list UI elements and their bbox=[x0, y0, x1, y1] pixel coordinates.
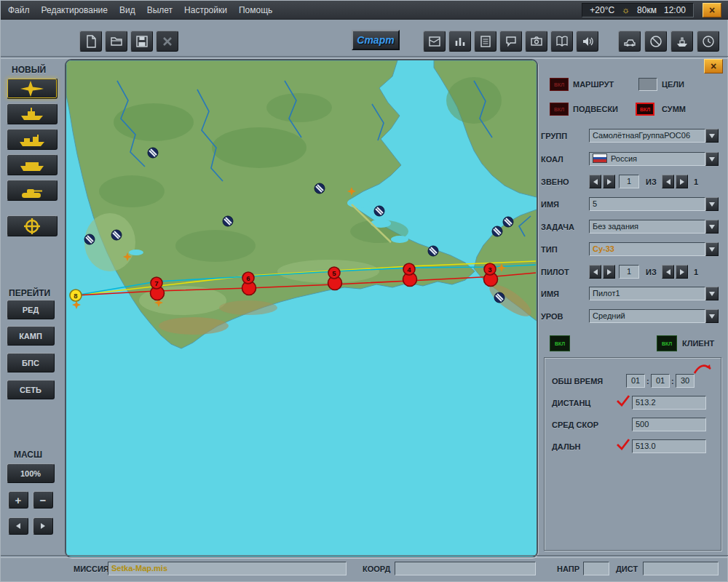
flight-number-field[interactable]: 1 bbox=[619, 175, 639, 188]
name-field[interactable]: 5 bbox=[589, 197, 705, 211]
ai-checkbox[interactable]: ВКЛ bbox=[550, 335, 570, 351]
time-minutes-field[interactable]: 01 bbox=[651, 374, 670, 388]
group-select[interactable]: СамолётнаяГруппаРОС06 bbox=[589, 129, 705, 143]
loadout-checkbox[interactable]: ВКЛ bbox=[550, 103, 569, 116]
status-distance-field[interactable] bbox=[643, 562, 719, 575]
start-button[interactable]: Старт bbox=[352, 30, 400, 50]
unit-button-vehicle[interactable] bbox=[7, 180, 58, 201]
chevron-right-icon bbox=[41, 523, 45, 529]
menu-edit[interactable]: Редактирование bbox=[41, 5, 108, 15]
restrictions-button[interactable] bbox=[644, 31, 667, 52]
status-distance-label: ДИСТ bbox=[616, 565, 638, 573]
airfield-marker bbox=[223, 216, 233, 226]
time-value: 12:00 bbox=[664, 5, 686, 15]
pan-left-button[interactable] bbox=[8, 517, 28, 535]
flight-next-button[interactable] bbox=[603, 175, 615, 188]
save-mission-button[interactable] bbox=[130, 31, 153, 52]
pilot-name-dropdown-button[interactable] bbox=[705, 287, 719, 300]
unit-button-artillery[interactable] bbox=[7, 215, 58, 236]
new-mission-button[interactable] bbox=[79, 31, 102, 52]
menu-file[interactable]: Файл bbox=[8, 5, 30, 15]
mission-file-field[interactable]: Setka-Map.mis bbox=[108, 562, 347, 575]
targets-checkbox[interactable] bbox=[638, 78, 657, 91]
menu-help[interactable]: Помощь bbox=[239, 5, 272, 15]
waypoint-marker[interactable]: 4 bbox=[403, 263, 417, 287]
pilot-total-prev-button[interactable] bbox=[662, 265, 674, 279]
vehicles-button[interactable] bbox=[618, 31, 641, 52]
unit-button-airplane[interactable] bbox=[7, 78, 58, 99]
mission-map[interactable]: 876543 bbox=[66, 60, 537, 557]
menu-flight[interactable]: Вылет bbox=[147, 5, 173, 15]
chevron-down-icon bbox=[709, 247, 715, 252]
type-dropdown-button[interactable] bbox=[705, 242, 719, 256]
distance-label: ДИСТАНЦ bbox=[552, 399, 590, 407]
log-button[interactable] bbox=[550, 31, 573, 52]
range-field[interactable]: 513.0 bbox=[632, 439, 706, 453]
new-file-icon bbox=[84, 35, 98, 48]
scale-section-label: МАСШ bbox=[14, 450, 42, 460]
avg-speed-field[interactable]: 500 bbox=[632, 418, 706, 431]
sound-button[interactable] bbox=[576, 31, 598, 52]
waypoint-marker[interactable]: 7 bbox=[151, 277, 165, 300]
briefing-button[interactable] bbox=[474, 31, 496, 52]
skill-dropdown-button[interactable] bbox=[705, 309, 719, 323]
task-dropdown-button[interactable] bbox=[705, 220, 719, 234]
weather-display[interactable]: +20°C ☼ 80км 12:00 bbox=[582, 3, 694, 17]
type-select[interactable]: Су-33 bbox=[589, 242, 705, 256]
window-close-button[interactable]: × bbox=[703, 3, 721, 17]
time-hours-field[interactable]: 01 bbox=[626, 374, 645, 388]
goto-editor-button[interactable]: РЕД bbox=[7, 300, 55, 319]
object-properties-panel: × ВКЛ МАРШРУТ ЦЕЛИ ВКЛ ПОДВЕСКИ ВКЛ СУММ… bbox=[538, 59, 726, 555]
coalition-dropdown-button[interactable] bbox=[705, 152, 719, 166]
unit-button-cargo-ship[interactable] bbox=[7, 154, 58, 175]
airfield-marker bbox=[494, 292, 505, 303]
waypoint-marker[interactable]: 6 bbox=[242, 272, 256, 295]
time-button[interactable] bbox=[697, 31, 719, 52]
flight-prev-button[interactable] bbox=[589, 175, 601, 188]
unit-button-warship[interactable] bbox=[7, 129, 58, 150]
unit-button-boat[interactable] bbox=[7, 103, 58, 124]
distance-field[interactable]: 513.2 bbox=[632, 396, 706, 410]
name-label: ИМЯ bbox=[541, 200, 559, 209]
stats-button[interactable] bbox=[448, 31, 471, 52]
zoom-out-button[interactable]: − bbox=[33, 491, 53, 509]
open-mission-button[interactable] bbox=[105, 31, 127, 52]
map-view-button[interactable] bbox=[423, 31, 446, 52]
name-dropdown-button[interactable] bbox=[705, 197, 719, 211]
skill-select[interactable]: Средний bbox=[589, 309, 705, 323]
waypoint-marker[interactable]: 3 bbox=[484, 263, 498, 287]
zoom-level-button[interactable]: 100% bbox=[7, 463, 55, 483]
goto-campaign-button[interactable]: КАМП bbox=[7, 326, 55, 346]
coalition-select[interactable]: Россия bbox=[589, 152, 705, 166]
goto-network-button[interactable]: СЕТЬ bbox=[7, 380, 55, 399]
pilot-name-field[interactable]: Пилот1 bbox=[589, 287, 705, 300]
delete-button[interactable] bbox=[156, 31, 178, 52]
pilot-number-field[interactable]: 1 bbox=[619, 265, 639, 279]
menu-settings[interactable]: Настройки bbox=[184, 5, 227, 15]
pilot-next-button[interactable] bbox=[603, 265, 615, 279]
pilot-prev-button[interactable] bbox=[589, 265, 601, 279]
pilot-total-next-button[interactable] bbox=[676, 265, 688, 279]
menu-view[interactable]: Вид bbox=[119, 5, 135, 15]
camera-button[interactable] bbox=[525, 31, 547, 52]
bearing-field[interactable] bbox=[583, 562, 609, 575]
messages-button[interactable] bbox=[499, 31, 522, 52]
flight-total-next-button[interactable] bbox=[676, 175, 688, 188]
coordinates-field[interactable] bbox=[395, 562, 536, 575]
time-seconds-field[interactable]: 30 bbox=[676, 374, 695, 388]
map-viewport[interactable]: 876543 bbox=[65, 59, 538, 558]
route-checkbox[interactable]: ВКЛ bbox=[550, 78, 569, 91]
zoom-in-button[interactable]: + bbox=[8, 491, 28, 509]
client-checkbox[interactable]: ВКЛ bbox=[657, 335, 677, 351]
summary-checkbox[interactable]: ВКЛ bbox=[636, 103, 654, 116]
pan-right-button[interactable] bbox=[33, 517, 53, 535]
waypoint-marker[interactable]: 5 bbox=[328, 267, 342, 290]
flight-total-prev-button[interactable] bbox=[662, 175, 674, 188]
waypoint-marker[interactable]: 8 bbox=[70, 290, 82, 301]
panel-close-button[interactable]: × bbox=[704, 59, 723, 73]
task-select[interactable]: Без задания bbox=[589, 220, 705, 234]
time-colon: : bbox=[646, 377, 649, 386]
goto-bps-button[interactable]: БПС bbox=[7, 353, 55, 372]
ships-button[interactable] bbox=[670, 31, 693, 52]
group-dropdown-button[interactable] bbox=[705, 129, 719, 143]
